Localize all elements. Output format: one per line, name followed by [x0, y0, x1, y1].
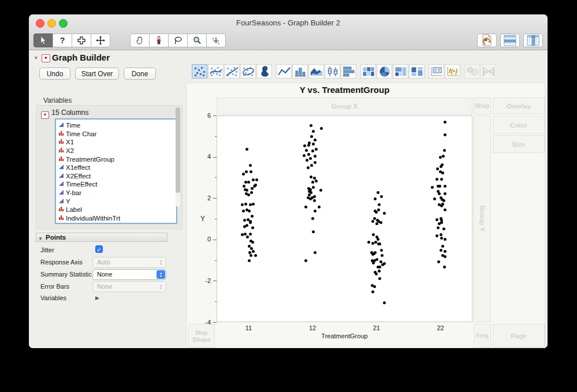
data-point[interactable]: [314, 210, 317, 212]
data-point[interactable]: [251, 215, 254, 218]
data-point[interactable]: [319, 189, 322, 192]
palette-smoother-button[interactable]: [208, 64, 224, 79]
data-point[interactable]: [307, 144, 310, 147]
data-point[interactable]: [437, 260, 440, 263]
data-point[interactable]: [243, 185, 245, 188]
palette-pie-button[interactable]: [377, 64, 392, 79]
palette-map-shapes-button[interactable]: [464, 64, 480, 79]
data-point[interactable]: [315, 180, 318, 182]
data-point[interactable]: [304, 259, 307, 262]
data-point[interactable]: [441, 203, 444, 206]
jitter-checkbox[interactable]: ✓: [95, 245, 103, 253]
help-tool-button[interactable]: ?: [53, 33, 72, 47]
data-point[interactable]: [311, 217, 314, 220]
done-button[interactable]: Done: [124, 68, 156, 80]
data-point[interactable]: [372, 233, 375, 236]
data-point[interactable]: [313, 199, 316, 202]
column-item[interactable]: X1effect: [58, 163, 175, 172]
palette-points-button[interactable]: [192, 64, 207, 79]
data-point[interactable]: [251, 187, 254, 190]
data-point[interactable]: [318, 206, 321, 208]
data-point[interactable]: [444, 238, 446, 241]
data-point[interactable]: [252, 178, 255, 181]
data-point[interactable]: [440, 178, 443, 181]
red-triangle-menu-icon[interactable]: ▼: [41, 111, 49, 119]
data-point[interactable]: [312, 130, 315, 133]
data-point[interactable]: [444, 250, 446, 253]
data-point[interactable]: [437, 226, 440, 229]
column-item[interactable]: Time Char: [58, 130, 175, 139]
data-point[interactable]: [250, 254, 252, 257]
data-point[interactable]: [444, 192, 446, 195]
data-point[interactable]: [248, 259, 251, 262]
column-item[interactable]: X1: [58, 138, 175, 147]
columns-header[interactable]: ▼ 15 Columns: [41, 109, 88, 117]
data-point[interactable]: [254, 184, 257, 186]
data-point[interactable]: [440, 237, 443, 240]
data-point[interactable]: [303, 154, 306, 157]
data-point[interactable]: [241, 203, 244, 206]
data-point[interactable]: [315, 148, 318, 151]
data-point[interactable]: [378, 242, 381, 245]
data-point[interactable]: [443, 266, 446, 268]
data-point[interactable]: [255, 178, 258, 181]
data-point[interactable]: [249, 233, 252, 236]
data-point[interactable]: [312, 186, 315, 189]
summary-statistic-select[interactable]: None ▲▼: [92, 269, 166, 280]
data-point[interactable]: [440, 165, 442, 168]
data-point[interactable]: [310, 135, 313, 138]
data-point[interactable]: [367, 241, 370, 244]
column-item[interactable]: TimeEffect: [58, 180, 175, 189]
data-point[interactable]: [371, 290, 374, 293]
data-point[interactable]: [246, 236, 249, 238]
response-axis-select[interactable]: Auto ▲▼: [92, 257, 166, 268]
zone-overlay[interactable]: Overlay: [493, 98, 545, 114]
palette-line-of-fit-button[interactable]: [224, 64, 240, 79]
data-point[interactable]: [444, 255, 446, 258]
zone-map-shape[interactable]: Map Shape: [188, 324, 215, 348]
data-point[interactable]: [303, 144, 306, 147]
y-tick-label[interactable]: 4: [195, 153, 211, 160]
data-point[interactable]: [373, 285, 376, 288]
data-point[interactable]: [249, 164, 252, 167]
points-section-header[interactable]: ▼ Points: [36, 233, 167, 242]
magnifier-tool-button[interactable]: [187, 33, 207, 47]
data-point[interactable]: [435, 178, 438, 181]
palette-caption-box-button[interactable]: [429, 64, 444, 79]
data-point[interactable]: [375, 222, 378, 225]
data-point[interactable]: [311, 150, 314, 152]
brush-tool-button[interactable]: [149, 33, 169, 47]
palette-area-button[interactable]: [308, 64, 324, 79]
zone-group-y[interactable]: Group Y: [474, 115, 491, 322]
zone-color[interactable]: Color: [493, 116, 545, 134]
data-point[interactable]: [444, 208, 446, 211]
arrow-tool-button[interactable]: [33, 33, 53, 47]
data-point[interactable]: [244, 233, 247, 236]
data-point[interactable]: [442, 227, 445, 230]
data-point[interactable]: [248, 251, 251, 254]
data-point[interactable]: [320, 127, 323, 130]
plot-area[interactable]: [217, 115, 472, 322]
data-point[interactable]: [307, 166, 310, 169]
move-tool-button[interactable]: [91, 33, 110, 47]
data-point[interactable]: [372, 262, 375, 264]
data-point[interactable]: [442, 199, 445, 202]
column-item[interactable]: TreatmentGroup: [58, 155, 175, 163]
data-point[interactable]: [247, 181, 250, 184]
palette-heatmap-button[interactable]: [360, 64, 376, 79]
data-point[interactable]: [374, 251, 377, 254]
data-point[interactable]: [244, 203, 247, 206]
data-point[interactable]: [375, 272, 378, 275]
recall-script-tool-button[interactable]: [477, 33, 497, 47]
palette-bar-button[interactable]: [292, 64, 308, 79]
data-point[interactable]: [439, 156, 442, 159]
collapse-icon[interactable]: ▾: [35, 55, 38, 61]
palette-ellipse-button[interactable]: [240, 64, 256, 79]
data-point[interactable]: [438, 192, 441, 195]
data-point[interactable]: [378, 266, 381, 268]
disclosure-arrow-icon[interactable]: ▶: [95, 295, 99, 301]
data-point[interactable]: [247, 193, 250, 196]
data-point[interactable]: [245, 148, 248, 151]
data-point[interactable]: [250, 191, 253, 194]
data-point[interactable]: [380, 249, 383, 252]
